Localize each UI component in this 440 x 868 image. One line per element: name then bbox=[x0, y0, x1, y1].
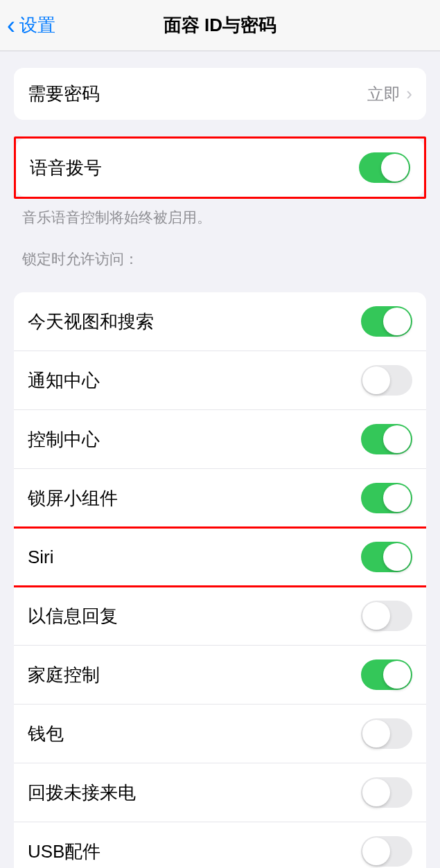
page-title: 面容 ID与密码 bbox=[164, 13, 276, 37]
lock-item-label: 控制中心 bbox=[28, 427, 100, 452]
require-passcode-value: 立即 bbox=[367, 83, 401, 105]
lock-item-label: 通知中心 bbox=[28, 369, 100, 393]
lock-item-row: 以信息回复 bbox=[14, 587, 426, 646]
lock-item-row: 锁屏小组件 bbox=[14, 469, 426, 528]
lock-item-label: 锁屏小组件 bbox=[28, 486, 118, 511]
chevron-left-icon: ‹ bbox=[7, 13, 15, 38]
require-passcode-label: 需要密码 bbox=[28, 82, 100, 106]
toggle-knob bbox=[383, 484, 411, 512]
lock-item-toggle[interactable] bbox=[361, 718, 412, 749]
lock-item-label: Siri bbox=[28, 547, 54, 568]
toggle-knob bbox=[381, 154, 409, 181]
voice-dial-label: 语音拨号 bbox=[30, 156, 102, 180]
voice-dial-highlight: 语音拨号 bbox=[14, 136, 426, 199]
require-passcode-section: 需要密码 立即 › bbox=[14, 68, 426, 120]
lock-item-toggle[interactable] bbox=[361, 836, 412, 867]
lock-access-section: 今天视图和搜索通知中心控制中心锁屏小组件Siri以信息回复家庭控制钱包回拨未接来… bbox=[14, 292, 426, 868]
lock-item-toggle[interactable] bbox=[361, 306, 412, 337]
back-label: 设置 bbox=[19, 13, 55, 37]
chevron-right-icon: › bbox=[406, 83, 412, 105]
lock-item-label: 以信息回复 bbox=[28, 604, 118, 628]
toggle-knob bbox=[383, 308, 411, 335]
lock-access-header: 锁定时允许访问： bbox=[0, 227, 440, 276]
lock-item-label: 回拨未接来电 bbox=[28, 781, 136, 805]
toggle-knob bbox=[362, 602, 390, 630]
voice-dial-section: 语音拨号 bbox=[16, 139, 424, 197]
require-passcode-row[interactable]: 需要密码 立即 › bbox=[14, 68, 426, 120]
toggle-knob bbox=[383, 425, 411, 453]
lock-item-label: USB配件 bbox=[28, 840, 100, 864]
lock-item-toggle[interactable] bbox=[361, 424, 412, 454]
lock-item-row: Siri bbox=[14, 528, 426, 587]
lock-item-toggle[interactable] bbox=[361, 659, 412, 690]
lock-item-row: 通知中心 bbox=[14, 351, 426, 410]
back-button[interactable]: ‹ 设置 bbox=[7, 13, 55, 38]
lock-item-toggle[interactable] bbox=[361, 483, 412, 513]
voice-dial-row: 语音拨号 bbox=[16, 139, 424, 197]
voice-dial-footer: 音乐语音控制将始终被启用。 bbox=[0, 199, 440, 227]
lock-item-label: 家庭控制 bbox=[28, 663, 100, 687]
toggle-knob bbox=[362, 779, 390, 806]
voice-dial-toggle[interactable] bbox=[359, 152, 410, 183]
toggle-knob bbox=[383, 543, 411, 571]
navigation-bar: ‹ 设置 面容 ID与密码 bbox=[0, 0, 440, 51]
lock-item-label: 钱包 bbox=[28, 722, 64, 746]
toggle-knob bbox=[383, 661, 411, 689]
toggle-knob bbox=[362, 366, 390, 394]
lock-item-toggle[interactable] bbox=[361, 601, 412, 631]
lock-item-row: 控制中心 bbox=[14, 410, 426, 469]
lock-item-toggle[interactable] bbox=[361, 777, 412, 808]
content-area: 需要密码 立即 › 语音拨号 音乐语音控制将始终被启用。 锁定时允许访问： 今天… bbox=[0, 68, 440, 868]
lock-item-toggle[interactable] bbox=[361, 365, 412, 396]
toggle-knob bbox=[362, 720, 390, 747]
toggle-knob bbox=[362, 838, 390, 865]
lock-item-row: 家庭控制 bbox=[14, 646, 426, 705]
lock-item-row: 回拨未接来电 bbox=[14, 763, 426, 822]
lock-item-label: 今天视图和搜索 bbox=[28, 310, 154, 334]
lock-item-row: 今天视图和搜索 bbox=[14, 292, 426, 351]
lock-item-row: USB配件 bbox=[14, 822, 426, 868]
lock-item-toggle[interactable] bbox=[361, 542, 412, 572]
lock-item-row: 钱包 bbox=[14, 705, 426, 763]
require-passcode-right: 立即 › bbox=[367, 83, 412, 105]
